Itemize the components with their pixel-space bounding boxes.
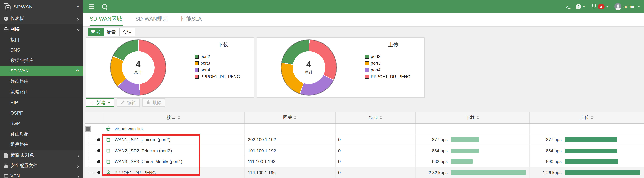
table-row-WAN2_ISP2_Telecom (port3)[interactable]: WAN2_ISP2_Telecom (port3)101.100.1.19208… [85,145,644,156]
user-menu[interactable]: admin ▼ [614,3,640,10]
column-header-Cost[interactable]: Cost [336,112,416,123]
donut-total-value: 4 [306,60,311,68]
legend-item-port2[interactable]: port2 [365,54,422,59]
tab-性能SLA[interactable]: 性能SLA [180,13,202,26]
notifications-menu[interactable]: 4 ▼ [591,3,609,10]
donut-total-label: 总计 [305,70,313,75]
sidebar-item-组播路由[interactable]: 组播路由 [0,139,83,150]
column-label: 网关 [283,114,292,120]
help-menu[interactable]: ? ▼ [576,4,586,9]
bell-icon [591,3,597,10]
table-row-PPPOE1_DR_PENG[interactable]: PPPOE1_DR_PENG114.100.1.19602.32 kbps1.2… [85,167,644,178]
sidebar-item-label: 接口 [10,36,83,42]
table-row-WAN1_ISP1_Unicom (port2)[interactable]: WAN1_ISP1_Unicom (port2)202.100.1.192087… [85,134,644,145]
sidebar-item-label: 策略路由 [10,89,83,95]
sort-icon [380,116,382,120]
sort-icon [178,116,180,120]
donut-total-value: 4 [136,60,140,68]
sidebar-item-静态路由[interactable]: 静态路由 [0,76,83,86]
sidebar-item-VPN[interactable]: VPN [0,171,83,178]
view-toggle-流量[interactable]: 流量 [104,28,119,36]
legend-item-port2[interactable]: port2 [194,54,252,59]
legend-item-PPPOE1_DR_PENG[interactable]: PPPOE1_DR_PENG [365,74,422,79]
sidebar-item-label: 组播路由 [10,141,83,147]
sidebar-item-路由对象[interactable]: 路由对象 [0,129,83,139]
cost-cell [336,124,416,134]
sidebar-item-网络[interactable]: 网络 [0,24,83,34]
legend-item-port4[interactable]: port4 [365,68,422,72]
cli-console-icon[interactable]: >_ [566,4,570,9]
pppoe-icon [106,170,110,175]
view-toggle-会话[interactable]: 会话 [119,28,135,36]
table-row-virtual-wan-link[interactable]: virtual-wan-link [85,124,644,134]
sidebar-item-策略 & 对象[interactable]: 策略 & 对象 [0,150,83,160]
sidebar-item-BGP[interactable]: BGP [0,118,83,129]
legend-swatch-icon [194,61,198,65]
edit-button[interactable]: 编辑 [117,98,140,107]
sidebar-header[interactable]: SDWAN ▼ [0,0,83,13]
tab-SD-WAN规则[interactable]: SD-WAN规则 [135,13,168,26]
upload-value: 890 bps [531,159,562,164]
table-row-WAN3_ISP3_China_Mobile (port4)[interactable]: WAN3_ISP3_China_Mobile (port4)111.100.1.… [85,156,644,167]
upload-cell: 877 bps [530,134,644,145]
search-icon[interactable] [102,4,108,10]
donut-chart-上传: 4总计 [281,40,336,95]
column-label: 接口 [167,114,176,120]
sidebar-item-label: VPN [10,174,76,178]
notifications-caret-icon: ▼ [606,5,609,8]
interface-name: WAN3_ISP3_China_Mobile (port4) [115,159,182,164]
user-caret-icon: ▼ [638,5,640,8]
sidebar-item-接口[interactable]: 接口 [0,34,83,45]
download-cell: 884 bps [416,145,530,156]
sidebar-item-安全配置文件[interactable]: 安全配置文件 [0,160,83,171]
sidebar-item-RIP[interactable]: RIP [0,97,83,108]
page-tabs: SD-WAN区域SD-WAN规则性能SLA [83,13,644,26]
upload-bar [564,160,618,164]
column-header-下载[interactable]: 下载 [416,112,530,123]
legend-item-PPPOE1_DR_PENG[interactable]: PPPOE1_DR_PENG [194,74,252,79]
column-header-网关[interactable]: 网关 [244,112,336,123]
gauge-icon [3,16,9,21]
gateway-cell: 111.100.1.192 [244,156,336,167]
create-caret-icon: ▼ [108,101,110,104]
interface-name: WAN1_ISP1_Unicom (port2) [115,137,170,142]
donut-total-label: 总计 [134,70,142,75]
collapse-expander[interactable] [85,126,90,132]
sidebar-item-DNS[interactable]: DNS [0,45,83,55]
upload-value: 1.26 kbps [531,170,562,175]
upload-value: 877 bps [531,137,562,142]
plus-icon: ＋ [90,100,94,105]
legend-label: port3 [371,61,380,66]
main-content: 带宽流量会话 4总计下载port2port3port4PPPOE1_DR_PEN… [83,26,644,178]
legend-item-port3[interactable]: port3 [365,61,422,66]
delete-button[interactable]: 删除 [142,98,166,107]
interface-cell: WAN1_ISP1_Unicom (port2) [103,134,244,145]
lock-icon [3,163,9,168]
create-button[interactable]: ＋ 新建 ▼ [86,98,114,107]
interface-name: virtual-wan-link [115,126,144,131]
legend-item-port4[interactable]: port4 [194,68,252,72]
legend-label: port4 [371,68,380,72]
table-toolbar: ＋ 新建 ▼ 编辑 [86,98,166,107]
column-header-接口[interactable]: 接口 [103,112,244,123]
column-header-上传[interactable]: 上传 [530,112,644,123]
favorite-star-icon[interactable]: ☆ [76,69,80,73]
sort-icon [476,116,479,120]
menu-toggle-icon[interactable] [89,4,94,9]
sidebar-item-策略路由[interactable]: 策略路由 [0,86,83,97]
cost-cell: 0 [336,134,416,145]
tab-SD-WAN区域[interactable]: SD-WAN区域 [90,13,122,26]
sidebar-item-数据包捕获[interactable]: 数据包捕获 [0,55,83,66]
sidebar-item-SD-WAN[interactable]: SD-WAN☆ [0,66,83,76]
legend-item-port3[interactable]: port3 [194,61,252,66]
sidebar-item-仪表板[interactable]: 仪表板 [0,13,83,24]
upload-cell [530,124,644,134]
sidebar-menu: 仪表板网络接口DNS数据包捕获SD-WAN☆静态路由策略路由RIPOSPFBGP… [0,13,83,178]
sidebar-item-label: 策略 & 对象 [10,152,76,158]
sidebar-item-label: 网络 [10,26,76,32]
gateway-cell: 114.100.1.196 [244,167,336,178]
globe-icon [106,126,110,131]
sidebar-item-label: DNS [10,48,83,52]
view-toggle-带宽[interactable]: 带宽 [87,28,104,36]
sidebar-item-OSPF[interactable]: OSPF [0,108,83,118]
